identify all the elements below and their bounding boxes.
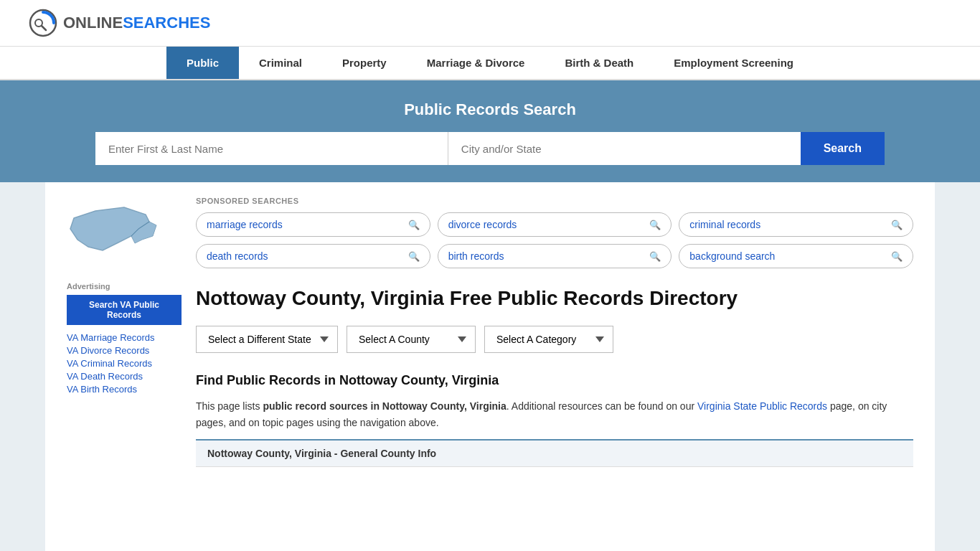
logo-text: ONLINESEARCHES [63, 14, 210, 32]
nav-item-birth-death[interactable]: Birth & Death [545, 47, 654, 79]
nav-item-criminal[interactable]: Criminal [239, 47, 322, 79]
search-icon-3: 🔍 [408, 251, 420, 262]
page-heading: Nottoway County, Virginia Free Public Re… [196, 286, 913, 311]
sidebar-link-birth[interactable]: VA Birth Records [67, 384, 182, 395]
search-icon-0: 🔍 [408, 220, 420, 230]
sponsored-tag-criminal[interactable]: criminal records 🔍 [679, 212, 913, 237]
search-banner: Public Records Search Search [0, 80, 980, 182]
sponsored-tag-death[interactable]: death records 🔍 [196, 244, 430, 268]
state-map [67, 197, 182, 270]
virginia-map-svg [67, 197, 160, 268]
search-icon-5: 🔍 [891, 251, 903, 262]
county-dropdown[interactable]: Select A County [347, 326, 476, 353]
sidebar-link-marriage[interactable]: VA Marriage Records [67, 332, 182, 343]
virginia-records-link[interactable]: Virginia State Public Records [697, 400, 827, 412]
sidebar-link-divorce[interactable]: VA Divorce Records [67, 345, 182, 356]
name-input[interactable] [95, 132, 448, 165]
county-info-header: Nottoway County, Virginia - General Coun… [196, 439, 913, 467]
search-icon-1: 🔍 [649, 220, 661, 230]
nav-item-employment[interactable]: Employment Screening [654, 47, 814, 79]
logo-icon [29, 9, 57, 37]
sponsored-tag-background[interactable]: background search 🔍 [679, 244, 913, 268]
sidebar-link-criminal[interactable]: VA Criminal Records [67, 358, 182, 369]
search-bar: Search [95, 132, 885, 165]
main-content: SPONSORED SEARCHES marriage records 🔍 di… [196, 197, 913, 551]
nav-item-public[interactable]: Public [166, 47, 239, 79]
search-icon-4: 🔍 [649, 251, 661, 262]
ad-label: Advertising [67, 282, 182, 291]
main-nav: Public Criminal Property Marriage & Divo… [0, 47, 980, 80]
sponsored-grid: marriage records 🔍 divorce records 🔍 cri… [196, 212, 913, 268]
nav-item-property[interactable]: Property [322, 47, 407, 79]
svg-line-2 [42, 26, 46, 30]
search-icon-2: 🔍 [891, 220, 903, 230]
sponsored-tag-divorce[interactable]: divorce records 🔍 [438, 212, 672, 237]
sponsored-tag-marriage[interactable]: marriage records 🔍 [196, 212, 430, 237]
sidebar-link-death[interactable]: VA Death Records [67, 371, 182, 382]
category-dropdown[interactable]: Select A Category [484, 326, 613, 353]
header: ONLINESEARCHES [0, 0, 980, 47]
dropdowns-row: Select a Different State Select A County… [196, 326, 913, 353]
location-input[interactable] [448, 132, 801, 165]
state-dropdown[interactable]: Select a Different State [196, 326, 338, 353]
banner-title: Public Records Search [29, 100, 951, 119]
ad-button[interactable]: Search VA Public Records [67, 295, 182, 325]
nav-item-marriage-divorce[interactable]: Marriage & Divorce [407, 47, 545, 79]
sidebar: Advertising Search VA Public Records VA … [67, 197, 182, 551]
find-heading: Find Public Records in Nottoway County, … [196, 373, 913, 388]
sponsored-tag-birth[interactable]: birth records 🔍 [438, 244, 672, 268]
logo[interactable]: ONLINESEARCHES [29, 9, 210, 37]
find-text: This page lists public record sources in… [196, 398, 913, 430]
search-button[interactable]: Search [801, 132, 885, 165]
svg-marker-3 [70, 207, 149, 250]
main-layout: Advertising Search VA Public Records VA … [45, 182, 935, 551]
sponsored-label: SPONSORED SEARCHES [196, 197, 913, 205]
